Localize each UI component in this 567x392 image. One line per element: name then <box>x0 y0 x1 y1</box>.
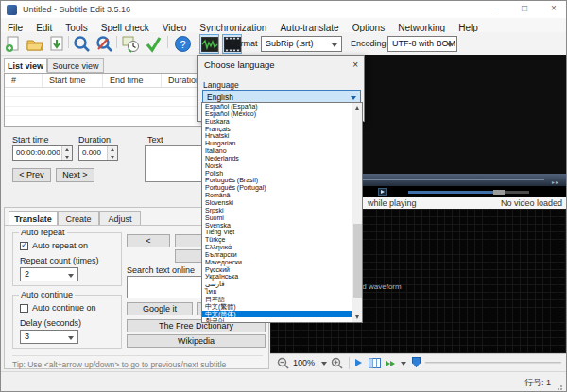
tab-translate[interactable]: Translate <box>9 211 58 226</box>
language-option[interactable]: Русский <box>202 266 352 274</box>
prev-button[interactable]: < Prev <box>12 168 51 182</box>
repeat-count-label: Repeat count (times) <box>20 256 99 265</box>
language-option[interactable]: Tiếng Việt <box>202 229 352 236</box>
scroll-up-icon[interactable] <box>352 103 362 112</box>
language-option[interactable]: Română <box>202 192 352 199</box>
app-icon <box>7 5 17 15</box>
chevron-down-icon[interactable] <box>401 362 406 366</box>
auto-continue-group: Auto continue Auto continue on Delay (se… <box>12 295 122 349</box>
waveform-toggle-icon[interactable] <box>199 34 219 54</box>
language-option[interactable]: Hrvatski <box>202 132 352 140</box>
duration-stepper[interactable]: 0.000 <box>78 145 118 161</box>
find-icon[interactable] <box>72 34 92 54</box>
zoom-out-icon[interactable] <box>277 357 289 369</box>
scrollbar-thumb[interactable] <box>353 224 362 298</box>
waveform-play-icon[interactable] <box>355 359 362 366</box>
visual-sync-icon[interactable] <box>121 34 141 54</box>
chevron-down-icon[interactable] <box>321 362 327 366</box>
wikipedia-button[interactable]: Wikipedia <box>127 334 266 348</box>
stepper-arrows[interactable] <box>107 146 117 160</box>
tab-list-view[interactable]: List view <box>4 58 47 73</box>
encoding-select[interactable]: UTF-8 with BOM <box>387 36 457 52</box>
language-option[interactable]: Euskara <box>202 118 352 126</box>
encoding-label: Encoding <box>351 32 387 56</box>
start-time-stepper[interactable]: 00:00:00.000 <box>12 145 73 161</box>
language-option[interactable]: ไทย <box>202 288 352 296</box>
dialog-title-bar[interactable]: Choose language × <box>198 56 364 74</box>
dropdown-scrollbar[interactable] <box>352 103 362 322</box>
dialog-close-icon[interactable]: × <box>352 56 358 74</box>
save-icon[interactable] <box>46 34 66 54</box>
tab-source-view[interactable]: Source view <box>47 58 104 73</box>
google-it-button[interactable]: Google it <box>127 302 193 315</box>
repeat-count-select[interactable]: 2 <box>20 267 78 281</box>
play-pause-icon[interactable] <box>378 188 387 196</box>
language-option[interactable]: Português (Brasil) <box>202 177 352 184</box>
play-prev-button[interactable]: < <box>127 234 170 247</box>
auto-continue-checkbox[interactable]: Auto continue on <box>20 303 96 313</box>
volume-fill <box>408 191 496 194</box>
language-option[interactable]: Srpski <box>202 207 352 214</box>
language-option[interactable]: Français <box>202 126 352 133</box>
language-option[interactable]: Български <box>202 251 352 259</box>
language-option[interactable]: Türkçe <box>202 236 352 244</box>
position-track[interactable] <box>425 362 561 364</box>
language-option[interactable]: Nederlands <box>202 155 352 162</box>
column-header[interactable]: # <box>5 74 43 87</box>
minimize-button[interactable]: – <box>483 1 507 18</box>
svg-text:?: ? <box>180 39 185 50</box>
stepper-arrows[interactable] <box>61 146 72 160</box>
checkbox-icon[interactable] <box>20 304 28 313</box>
menu-bar: FileEditToolsSpell checkVideoSynchroniza… <box>1 18 566 32</box>
language-option[interactable]: 한국어 <box>202 317 352 323</box>
next-button[interactable]: Next > <box>56 168 94 182</box>
language-option[interactable]: Norsk <box>202 162 352 170</box>
language-option[interactable]: Español (España) <box>202 103 352 111</box>
while-playing-label[interactable]: while playing <box>368 197 417 209</box>
language-option[interactable]: Suomi <box>202 214 352 222</box>
language-option[interactable]: Українська <box>202 273 352 281</box>
zoom-in-icon[interactable] <box>331 357 343 369</box>
open-file-icon[interactable] <box>25 34 44 54</box>
seek-end-marks: ▸▸ <box>552 179 559 185</box>
scroll-down-icon[interactable] <box>352 313 362 322</box>
tab-create[interactable]: Create <box>58 211 99 226</box>
language-option[interactable]: Italiano <box>202 147 352 155</box>
language-option[interactable]: Português (Portugal) <box>202 184 352 192</box>
chevron-down-icon <box>68 336 74 340</box>
language-option[interactable]: Español (México) <box>202 111 352 118</box>
resize-grip-icon[interactable] <box>558 384 563 390</box>
delay-select[interactable]: 3 <box>20 330 78 344</box>
language-option[interactable]: 中文(繁體) <box>202 303 352 311</box>
language-option[interactable]: Hungarian <box>202 140 352 147</box>
checkbox-icon[interactable] <box>20 242 28 250</box>
language-option[interactable]: 中文(简体) <box>202 311 352 318</box>
language-option[interactable]: Slovenski <box>202 199 352 207</box>
language-dropdown: Español (España)Español (México)EuskaraF… <box>201 102 363 323</box>
new-file-icon[interactable] <box>3 34 23 54</box>
chevron-down-icon <box>332 43 337 47</box>
subtitle-edit-window: Untitled - Subtitle Edit 3.5.16 – □ × Fi… <box>0 0 567 392</box>
volume-knob[interactable] <box>493 190 505 195</box>
language-option[interactable]: Svenska <box>202 222 352 230</box>
format-select[interactable]: SubRip (.srt) <box>261 36 342 52</box>
video-position-icon[interactable] <box>369 357 381 369</box>
spell-check-icon[interactable] <box>144 34 163 54</box>
language-option[interactable]: 日本語 <box>202 296 352 303</box>
zoom-level-value[interactable]: 100% <box>293 358 315 367</box>
language-option[interactable]: Ελληνικά <box>202 244 352 251</box>
column-header[interactable]: Start time <box>43 74 103 87</box>
help-icon[interactable]: ? <box>173 34 193 54</box>
maximize-button[interactable]: □ <box>512 1 537 18</box>
close-button[interactable]: × <box>541 1 566 18</box>
language-option[interactable]: فارسی <box>202 281 352 288</box>
language-option[interactable]: Македонски <box>202 259 352 266</box>
language-option[interactable]: Polish <box>202 170 352 178</box>
auto-repeat-checkbox[interactable]: Auto repeat on <box>20 241 88 250</box>
tab-adjust[interactable]: Adjust <box>99 211 141 226</box>
column-header[interactable]: End time <box>103 74 162 87</box>
volume-slider[interactable] <box>408 191 529 194</box>
fast-forward-icon[interactable] <box>386 359 395 368</box>
position-marker[interactable] <box>412 357 421 367</box>
replace-icon[interactable] <box>94 34 114 54</box>
